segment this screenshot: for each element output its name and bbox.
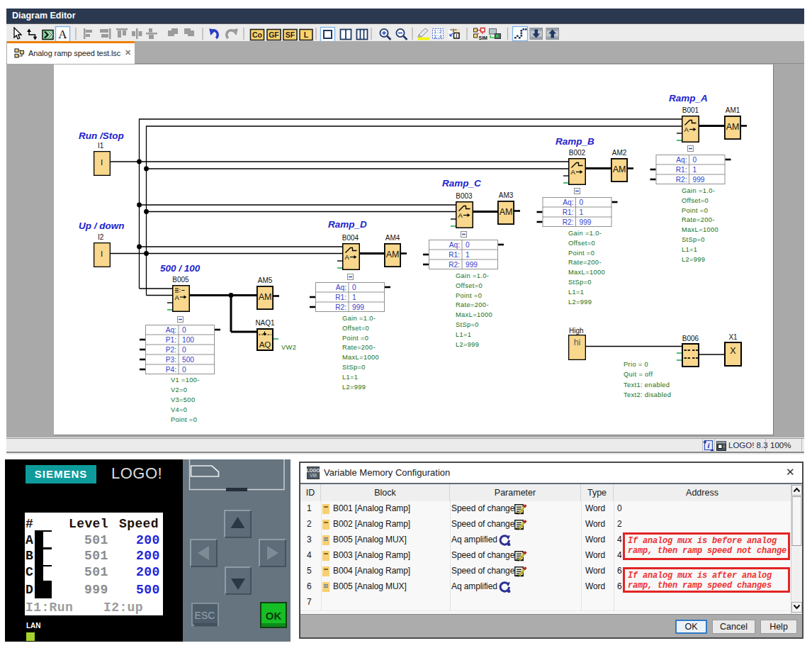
svg-text:V2=0: V2=0 — [171, 386, 187, 393]
svg-text:B003: B003 — [456, 192, 473, 200]
svg-text:B005: B005 — [172, 276, 189, 284]
svg-text:AQ: AQ — [259, 340, 271, 349]
svg-text:OK: OK — [266, 610, 282, 622]
svg-text:ESC: ESC — [195, 610, 215, 621]
svg-text:B001: B001 — [682, 106, 699, 114]
svg-text:P2:: P2: — [166, 346, 176, 354]
svg-text:Prio = 0: Prio = 0 — [624, 361, 648, 368]
svg-text:LOGO: LOGO — [307, 468, 320, 473]
svg-text:0: 0 — [182, 326, 186, 334]
svg-text:3:4: 3:4 — [434, 35, 442, 40]
svg-text:I2: I2 — [98, 233, 104, 241]
svg-text:NAQ1: NAQ1 — [255, 319, 275, 327]
svg-text:Point =0: Point =0 — [171, 416, 197, 423]
svg-text:A: A — [58, 28, 67, 41]
svg-text:hi: hi — [574, 337, 581, 347]
svg-text:X1: X1 — [728, 333, 738, 341]
svg-text:AM2: AM2 — [612, 149, 627, 157]
svg-text:Ramp_D: Ramp_D — [328, 219, 367, 230]
svg-text:AM5: AM5 — [258, 276, 273, 284]
svg-text:AM3: AM3 — [499, 191, 514, 199]
svg-text:X: X — [730, 346, 736, 356]
svg-text:SIM: SIM — [479, 35, 488, 40]
svg-text:AM1: AM1 — [726, 106, 740, 114]
svg-text:SF: SF — [286, 30, 295, 39]
svg-text:V4=0: V4=0 — [171, 406, 187, 413]
svg-text:V3=500: V3=500 — [171, 396, 195, 403]
svg-text:500: 500 — [182, 356, 194, 364]
svg-text:Quit = off: Quit = off — [624, 371, 653, 378]
svg-text:0: 0 — [182, 366, 186, 374]
svg-text:Co: Co — [252, 30, 262, 39]
svg-text:B004: B004 — [342, 234, 359, 242]
svg-text:Aq:: Aq: — [166, 326, 176, 334]
svg-text:Run /Stop: Run /Stop — [79, 130, 124, 141]
svg-text:Ramp_C: Ramp_C — [442, 178, 481, 189]
svg-text:Up / down: Up / down — [79, 220, 125, 231]
svg-text:I1: I1 — [98, 142, 104, 150]
svg-text:B006: B006 — [682, 335, 699, 342]
svg-text:VM: VM — [310, 473, 317, 478]
svg-text:High: High — [569, 327, 584, 335]
svg-text:GF: GF — [269, 30, 279, 39]
svg-text:B002: B002 — [569, 149, 586, 157]
svg-text:Ramp_B: Ramp_B — [556, 136, 594, 147]
svg-text:P3:: P3: — [166, 356, 176, 364]
svg-text:Text1: enabled: Text1: enabled — [624, 381, 670, 389]
svg-text:L: L — [304, 30, 309, 39]
svg-text:AM4: AM4 — [385, 234, 400, 242]
svg-text:Text2: disabled: Text2: disabled — [624, 391, 671, 398]
svg-text:Ramp_A: Ramp_A — [669, 93, 708, 104]
svg-text:100: 100 — [182, 336, 194, 344]
svg-text:500 / 100: 500 / 100 — [160, 263, 201, 274]
svg-text:VW2: VW2 — [281, 344, 296, 351]
svg-text:1:2: 1:2 — [434, 30, 442, 35]
svg-text:P4:: P4: — [166, 366, 176, 374]
svg-text:I: I — [456, 33, 457, 38]
svg-text:P1:: P1: — [166, 336, 176, 344]
svg-text:A: A — [175, 294, 180, 301]
svg-text:V1 =100-: V1 =100- — [171, 376, 200, 384]
svg-text:0: 0 — [182, 346, 186, 354]
